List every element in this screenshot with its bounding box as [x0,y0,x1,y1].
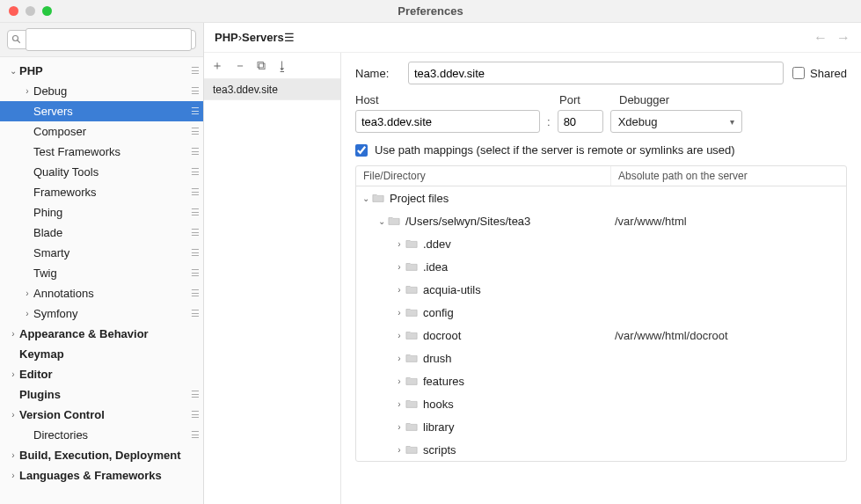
sidebar-item-frameworks[interactable]: Frameworks☰ [0,182,203,202]
add-server-button[interactable]: ＋ [211,58,223,74]
sidebar-item-php[interactable]: ⌄PHP☰ [0,61,203,81]
path-row[interactable]: ⌄/Users/selwyn/Sites/tea3/var/www/html [356,209,846,232]
host-input[interactable] [355,110,540,133]
path-row[interactable]: ⌄Project files [356,186,846,209]
search-box[interactable] [7,30,196,49]
sidebar-item-test-frameworks[interactable]: Test Frameworks☰ [0,142,203,162]
path-row[interactable]: ›library [356,415,846,438]
path-name: hooks [423,398,454,411]
sidebar-item-build-execution-deployment[interactable]: ›Build, Execution, Deployment [0,445,203,465]
remove-server-button[interactable]: － [234,58,246,74]
shared-checkbox[interactable] [792,67,805,79]
close-window-button[interactable] [9,6,18,16]
sidebar-item-label: Annotations [33,287,187,300]
sidebar-item-label: Debug [33,84,187,98]
back-button[interactable]: ← [814,30,828,46]
copy-server-button[interactable]: ⧉ [257,58,266,73]
chevron-right-icon[interactable]: › [393,262,405,272]
chevron-down-icon[interactable]: ⌄ [360,194,372,203]
debugger-label: Debugger [619,93,742,106]
chevron-right-icon[interactable]: › [393,285,405,295]
forward-button[interactable]: → [836,30,850,46]
minimize-window-button[interactable] [26,6,35,16]
path-row[interactable]: ›.idea [356,255,846,278]
port-label: Port [559,93,610,106]
use-path-mappings-checkbox[interactable] [355,144,368,157]
path-row[interactable]: ›scripts [356,438,846,461]
sidebar-item-blade[interactable]: Blade☰ [0,223,203,243]
chevron-right-icon[interactable]: › [393,331,405,340]
chevron-right-icon: › [7,410,19,420]
path-name: Project files [390,192,449,205]
search-input[interactable] [26,28,192,51]
sidebar-item-appearance-behavior[interactable]: ›Appearance & Behavior [0,324,203,344]
chevron-right-icon[interactable]: › [393,308,405,318]
sidebar-item-annotations[interactable]: ›Annotations☰ [0,283,203,303]
sidebar-item-symfony[interactable]: ›Symfony☰ [0,303,203,324]
scope-icon: ☰ [187,126,203,137]
path-row[interactable]: ›config [356,301,846,324]
sidebar-item-smarty[interactable]: Smarty☰ [0,243,203,263]
chevron-down-icon[interactable]: ⌄ [376,216,388,226]
path-row[interactable]: ›hooks [356,392,846,415]
path-row[interactable]: ›drush [356,347,846,369]
column-absolute-path: Absolute path on the server [611,166,846,186]
scope-icon: ☰ [187,288,203,299]
chevron-right-icon: › [21,309,33,318]
sidebar-item-label: Build, Execution, Deployment [19,449,203,462]
zoom-window-button[interactable] [42,6,52,16]
debugger-select[interactable]: Xdebug ▾ [610,110,742,133]
sidebar-item-label: Test Frameworks [33,145,187,158]
host-port-separator: : [547,115,551,128]
scope-icon: ☰ [187,186,203,198]
chevron-down-icon: ▾ [730,117,734,127]
path-name: .idea [423,260,448,274]
scope-icon: ☰ [187,267,203,279]
chevron-right-icon[interactable]: › [393,445,405,455]
sidebar-item-label: Composer [33,125,187,138]
window-title: Preferences [0,4,861,18]
chevron-right-icon: › [7,471,19,480]
server-list-panel: ＋ － ⧉ ⭳ tea3.ddev.site [204,23,341,504]
path-row[interactable]: ›acquia-utils [356,278,846,301]
path-row[interactable]: ›docroot/var/www/html/docroot [356,324,846,347]
settings-sidebar: ⌄PHP☰›Debug☰Servers☰Composer☰Test Framew… [0,23,204,504]
sidebar-item-servers[interactable]: Servers☰ [0,101,203,121]
import-button[interactable]: ⭳ [276,59,288,73]
server-name-input[interactable] [408,62,784,84]
sidebar-item-label: Directories [33,428,187,442]
chevron-right-icon[interactable]: › [393,376,405,386]
sidebar-item-plugins[interactable]: Plugins☰ [0,384,203,405]
folder-icon [372,193,384,203]
server-list-item[interactable]: tea3.ddev.site [204,79,340,100]
scope-icon: ☰ [187,429,203,441]
path-row[interactable]: ›.ddev [356,232,846,255]
chevron-right-icon[interactable]: › [393,399,405,409]
chevron-right-icon[interactable]: › [393,354,405,363]
sidebar-item-quality-tools[interactable]: Quality Tools☰ [0,162,203,182]
sidebar-item-label: Quality Tools [33,165,187,179]
sidebar-item-phing[interactable]: Phing☰ [0,202,203,223]
sidebar-item-version-control[interactable]: ›Version Control☰ [0,405,203,425]
breadcrumb-root[interactable]: PHP [215,31,238,44]
scope-icon: ☰ [187,146,203,157]
sidebar-item-composer[interactable]: Composer☰ [0,121,203,142]
sidebar-item-label: Servers [33,105,187,118]
sidebar-item-keymap[interactable]: Keymap [0,344,203,364]
path-absolute[interactable]: /var/www/html [611,215,846,228]
folder-icon [405,261,418,272]
port-input[interactable] [558,110,603,133]
sidebar-item-directories[interactable]: Directories☰ [0,425,203,445]
chevron-right-icon[interactable]: › [393,422,405,432]
path-name: scripts [423,443,456,457]
path-row[interactable]: ›features [356,369,846,392]
folder-icon [405,376,418,386]
sidebar-item-debug[interactable]: ›Debug☰ [0,81,203,101]
breadcrumb-leaf: Servers [242,31,284,44]
sidebar-item-languages-frameworks[interactable]: ›Languages & Frameworks [0,465,203,486]
chevron-right-icon[interactable]: › [393,239,405,249]
sidebar-item-twig[interactable]: Twig☰ [0,263,203,283]
sidebar-item-editor[interactable]: ›Editor [0,364,203,384]
chevron-right-icon: › [21,289,33,298]
path-absolute[interactable]: /var/www/html/docroot [611,329,846,342]
